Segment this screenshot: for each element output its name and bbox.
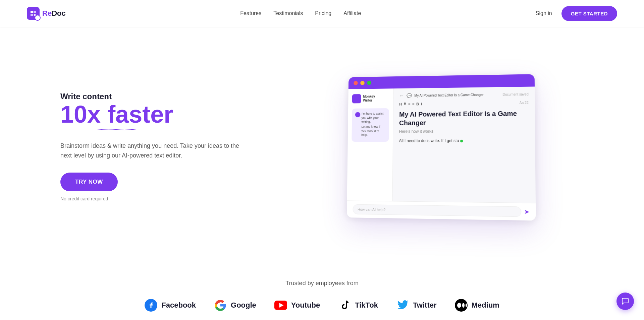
doc-subtitle: Here's how it works <box>399 129 529 134</box>
chat-widget-button[interactable] <box>616 293 634 310</box>
ai-message-line1: I'm here to assist you with your writing… <box>362 111 386 124</box>
brand-youtube-label: Youtube <box>291 301 320 310</box>
brand-logos: Facebook Google Youtube <box>27 299 617 312</box>
hero-left: Write content 10x faster Brainstorm idea… <box>60 92 248 201</box>
sidebar-logo-row: MonkeyWriter <box>352 93 389 103</box>
send-button[interactable]: ➤ <box>524 208 530 215</box>
logo[interactable]: ReDoc <box>27 7 66 20</box>
editor-main: ← 💬 My AI Powered Text Editor Is a Game … <box>393 86 536 203</box>
browser-dot-green <box>367 80 371 85</box>
brand-youtube: Youtube <box>274 299 320 312</box>
nav-features[interactable]: Features <box>240 10 261 16</box>
brand-tiktok: TikTok <box>338 299 378 312</box>
navbar: ReDoc Features Testimonials Pricing Affi… <box>0 0 644 27</box>
svg-point-3 <box>34 14 36 16</box>
sidebar-logo-text: MonkeyWriter <box>363 94 375 103</box>
twitter-icon <box>396 299 409 312</box>
brand-medium-label: Medium <box>472 301 499 310</box>
browser-content: MonkeyWriter I'm here to assist you with… <box>347 86 536 203</box>
toolbar-left: ← 💬 My AI Powered Text Editor Is a Game … <box>399 92 483 98</box>
browser-bottom-bar: How can AI help? ➤ <box>347 200 536 220</box>
brand-google: Google <box>214 299 256 312</box>
editor-formatting-bar: H H ≡ ≡ B I Aa 22 <box>399 101 528 106</box>
nav-right: Sign in GET STARTED <box>536 6 617 21</box>
brand-google-label: Google <box>231 301 256 310</box>
logo-icon <box>27 7 40 20</box>
format-list[interactable]: ≡ <box>408 102 410 106</box>
trusted-label: Trusted by employees from <box>27 280 617 287</box>
hero-accent: 10x faster <box>60 101 173 128</box>
brand-twitter-label: Twitter <box>413 301 436 310</box>
brand-facebook: Facebook <box>145 299 196 312</box>
svg-point-9 <box>462 303 465 308</box>
typing-cursor <box>460 139 463 142</box>
ai-message-line2: Let me know if you need any help. <box>361 124 386 137</box>
logo-text: ReDoc <box>42 9 66 18</box>
hero-section: Write content 10x faster Brainstorm idea… <box>0 27 644 266</box>
svg-point-8 <box>457 303 461 308</box>
hero-right: MonkeyWriter I'm here to assist you with… <box>248 75 617 218</box>
doc-body: All I need to do is write. If I get stu <box>399 137 529 144</box>
try-now-button[interactable]: TRY NOW <box>60 173 118 191</box>
browser-mock: MonkeyWriter I'm here to assist you with… <box>347 74 536 220</box>
tiktok-icon <box>338 299 351 312</box>
google-icon <box>214 299 227 312</box>
svg-rect-1 <box>34 11 36 13</box>
format-h2[interactable]: H <box>404 102 406 106</box>
nav-pricing[interactable]: Pricing <box>315 10 331 16</box>
get-started-button[interactable]: GET STARTED <box>561 6 617 21</box>
format-list2[interactable]: ≡ <box>412 102 414 106</box>
sidebar-ai-message: I'm here to assist you with your writing… <box>352 108 389 141</box>
trusted-section: Trusted by employees from Facebook Googl… <box>0 266 644 320</box>
format-italic[interactable]: I <box>421 102 422 106</box>
youtube-icon <box>274 299 287 312</box>
toolbar-saved: Document saved <box>502 92 528 96</box>
sidebar-logo-box <box>352 94 361 103</box>
editor-sidebar: MonkeyWriter I'm here to assist you with… <box>347 88 394 201</box>
sign-in-link[interactable]: Sign in <box>536 10 552 16</box>
svg-point-10 <box>466 304 467 307</box>
browser-dot-red <box>354 81 358 85</box>
brand-medium: Medium <box>455 299 499 312</box>
medium-icon <box>455 299 468 312</box>
toolbar-doc-title: My AI Powered Text Editor Is a Game Chan… <box>414 92 483 97</box>
browser-dot-yellow <box>360 81 365 85</box>
svg-rect-0 <box>31 11 33 13</box>
hero-title: Write content 10x faster <box>60 92 248 137</box>
no-credit-text: No credit card required <box>60 196 248 201</box>
chat-icon: 💬 <box>407 93 412 98</box>
facebook-icon <box>145 299 157 312</box>
font-size-label: Aa 22 <box>520 101 529 105</box>
doc-title: My AI Powered Text Editor Is a Game Chan… <box>399 109 529 127</box>
svg-rect-2 <box>31 14 33 16</box>
hero-description: Brainstorm ideas & write anything you ne… <box>60 141 248 161</box>
ai-chat-input[interactable]: How can AI help? <box>353 204 521 217</box>
editor-toolbar: ← 💬 My AI Powered Text Editor Is a Game … <box>399 91 528 98</box>
nav-affiliate[interactable]: Affiliate <box>343 10 361 16</box>
brand-twitter: Twitter <box>396 299 436 312</box>
format-h1[interactable]: H <box>399 102 402 106</box>
back-button[interactable]: ← <box>399 93 404 98</box>
brand-facebook-label: Facebook <box>161 301 196 310</box>
nav-links: Features Testimonials Pricing Affiliate <box>240 10 361 16</box>
format-bold[interactable]: B <box>416 102 419 106</box>
nav-testimonials[interactable]: Testimonials <box>273 10 303 16</box>
brand-tiktok-label: TikTok <box>355 301 378 310</box>
